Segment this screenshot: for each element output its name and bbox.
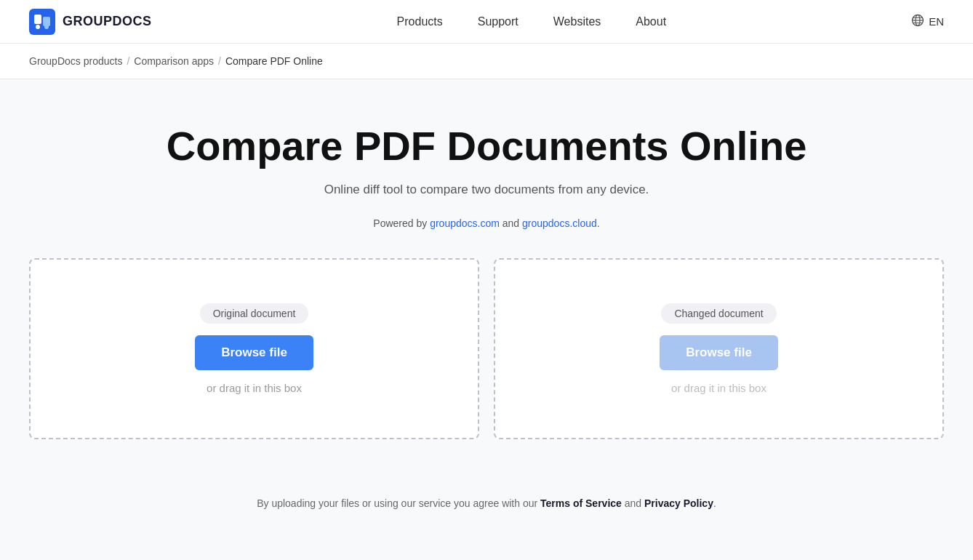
browse-file-button-left[interactable]: Browse file xyxy=(195,335,313,370)
privacy-policy-link[interactable]: Privacy Policy xyxy=(644,497,713,509)
footer-legal-text: By uploading your files or using our ser… xyxy=(257,497,716,509)
original-doc-label: Original document xyxy=(200,303,309,324)
powered-by-suffix: . xyxy=(597,217,600,229)
footer-text-suffix: . xyxy=(713,497,716,509)
breadcrumb-comparison[interactable]: Comparison apps xyxy=(134,55,214,67)
language-label: EN xyxy=(929,15,944,28)
changed-doc-label: Changed document xyxy=(661,303,776,324)
powered-by-and: and xyxy=(500,217,522,229)
breadcrumb-sep-1: / xyxy=(127,55,129,67)
powered-by-link1[interactable]: groupdocs.com xyxy=(430,217,500,229)
upload-box-changed[interactable]: Changed document Browse file or drag it … xyxy=(494,258,944,439)
terms-of-service-link[interactable]: Terms of Service xyxy=(540,497,622,509)
svg-rect-1 xyxy=(34,15,41,24)
nav-support[interactable]: Support xyxy=(478,15,518,28)
breadcrumb-current: Compare PDF Online xyxy=(225,55,323,67)
powered-by-link2[interactable]: groupdocs.cloud xyxy=(522,217,597,229)
svg-rect-0 xyxy=(29,9,55,35)
site-header: GROUPDOCS Products Support Websites Abou… xyxy=(0,0,973,44)
footer-legal-section: By uploading your files or using our ser… xyxy=(0,497,973,509)
logo[interactable]: GROUPDOCS xyxy=(29,9,152,35)
main-content: Compare PDF Documents Online Online diff… xyxy=(0,79,973,468)
powered-by: Powered by groupdocs.com and groupdocs.c… xyxy=(373,217,599,229)
powered-by-prefix: Powered by xyxy=(373,217,430,229)
breadcrumb-groupdocs[interactable]: GroupDocs products xyxy=(29,55,122,67)
breadcrumb: GroupDocs products / Comparison apps / C… xyxy=(0,44,973,79)
language-selector[interactable]: EN xyxy=(911,14,944,29)
logo-text: GROUPDOCS xyxy=(63,14,152,29)
footer-text-prefix: By uploading your files or using our ser… xyxy=(257,497,540,509)
page-title: Compare PDF Documents Online xyxy=(167,123,807,169)
svg-point-4 xyxy=(44,25,49,29)
drag-text-left: or drag it in this box xyxy=(207,382,302,394)
upload-area: Original document Browse file or drag it… xyxy=(29,258,944,439)
drag-text-right: or drag it in this box xyxy=(671,382,766,394)
browse-file-button-right[interactable]: Browse file xyxy=(660,335,778,370)
breadcrumb-sep-2: / xyxy=(218,55,221,67)
page-subtitle: Online diff tool to compare two document… xyxy=(324,183,649,197)
globe-icon xyxy=(911,14,924,29)
upload-box-original[interactable]: Original document Browse file or drag it… xyxy=(29,258,479,439)
footer-and-text: and xyxy=(622,497,644,509)
nav-products[interactable]: Products xyxy=(397,15,443,28)
logo-icon xyxy=(29,9,55,35)
nav-websites[interactable]: Websites xyxy=(553,15,601,28)
nav-about[interactable]: About xyxy=(636,15,666,28)
main-nav: Products Support Websites About xyxy=(397,15,667,28)
svg-point-3 xyxy=(36,25,40,29)
